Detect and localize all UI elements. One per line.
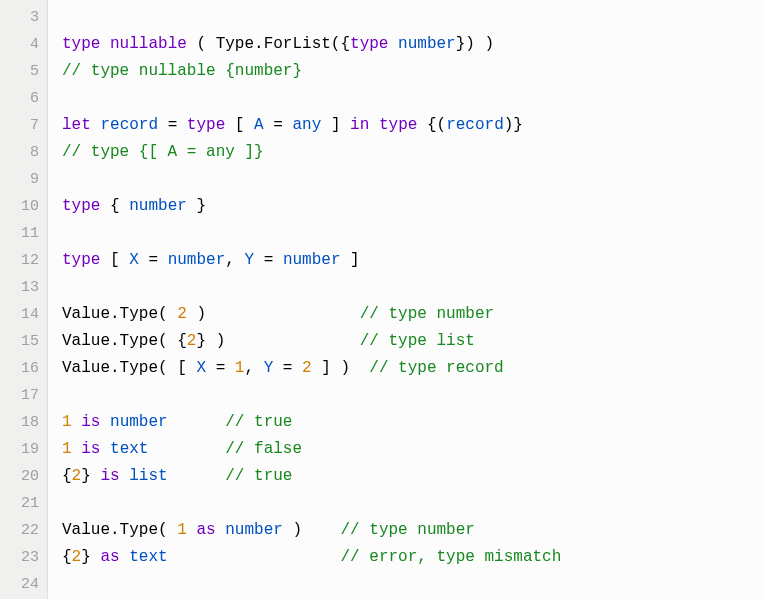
- token-kw-type: as: [196, 521, 215, 539]
- code-line[interactable]: [62, 166, 765, 193]
- token-kw-id: any: [292, 116, 321, 134]
- line-number: 22: [4, 517, 39, 544]
- token-op: [187, 521, 197, 539]
- token-func: Value.Type: [62, 359, 158, 377]
- token-kw-type: type: [62, 197, 100, 215]
- token-kw-id: list: [129, 467, 167, 485]
- code-line[interactable]: type [ X = number, Y = number ]: [62, 247, 765, 274]
- token-kw-id: number: [398, 35, 456, 53]
- code-line[interactable]: let record = type [ A = any ] in type {(…: [62, 112, 765, 139]
- code-line[interactable]: {2} as text // error, type mismatch: [62, 544, 765, 571]
- code-line[interactable]: Value.Type( [ X = 1, Y = 2 ] ) // type r…: [62, 355, 765, 382]
- token-kw-id: record: [446, 116, 504, 134]
- token-op: ): [187, 305, 360, 323]
- line-number: 23: [4, 544, 39, 571]
- token-op: {(: [417, 116, 446, 134]
- token-op: =: [206, 359, 235, 377]
- token-comment: // true: [225, 413, 292, 431]
- line-number: 24: [4, 571, 39, 598]
- line-number: 16: [4, 355, 39, 382]
- token-op: (: [158, 521, 177, 539]
- token-comment: // type record: [369, 359, 503, 377]
- token-kw-type: type: [62, 251, 100, 269]
- token-op: [100, 440, 110, 458]
- line-number: 18: [4, 409, 39, 436]
- token-op: [: [100, 251, 129, 269]
- token-kw-type: is: [100, 467, 119, 485]
- code-line[interactable]: // type {[ A = any ]}: [62, 139, 765, 166]
- line-number: 12: [4, 247, 39, 274]
- code-line[interactable]: // type nullable {number}: [62, 58, 765, 85]
- token-num: 1: [235, 359, 245, 377]
- token-op: [168, 413, 226, 431]
- code-line[interactable]: [62, 4, 765, 31]
- token-op: {: [100, 197, 129, 215]
- token-kw-type: as: [100, 548, 119, 566]
- token-op: }) ): [456, 35, 494, 53]
- token-num: 1: [62, 413, 72, 431]
- token-comment: // true: [225, 467, 292, 485]
- line-number: 4: [4, 31, 39, 58]
- code-line[interactable]: [62, 382, 765, 409]
- token-op: [72, 440, 82, 458]
- token-op: [148, 440, 225, 458]
- line-number: 14: [4, 301, 39, 328]
- code-line[interactable]: [62, 490, 765, 517]
- token-op: }: [81, 548, 100, 566]
- token-func: Value.Type: [62, 305, 158, 323]
- token-op: ( [: [158, 359, 196, 377]
- line-number: 8: [4, 139, 39, 166]
- token-op: =: [139, 251, 168, 269]
- token-kw-type: type: [379, 116, 417, 134]
- line-number: 5: [4, 58, 39, 85]
- token-op: [91, 116, 101, 134]
- token-num: 2: [302, 359, 312, 377]
- line-number-gutter: 3456789101112131415161718192021222324: [0, 0, 48, 599]
- token-op: ): [283, 521, 341, 539]
- token-func: Type.ForList: [216, 35, 331, 53]
- line-number: 20: [4, 463, 39, 490]
- token-op: (: [158, 305, 177, 323]
- code-line[interactable]: {2} is list // true: [62, 463, 765, 490]
- token-op: [168, 467, 226, 485]
- token-kw-type: let: [62, 116, 91, 134]
- token-func: Value.Type: [62, 521, 158, 539]
- token-comment: // type {[ A = any ]}: [62, 143, 264, 161]
- code-line[interactable]: [62, 85, 765, 112]
- token-kw-type: nullable: [110, 35, 187, 53]
- token-kw-type: is: [81, 440, 100, 458]
- token-op: )}: [504, 116, 523, 134]
- token-comment: // type number: [360, 305, 494, 323]
- code-line[interactable]: Value.Type( {2} ) // type list: [62, 328, 765, 355]
- token-comment: // type list: [360, 332, 475, 350]
- code-line[interactable]: [62, 220, 765, 247]
- code-line[interactable]: [62, 274, 765, 301]
- token-kw-id: record: [100, 116, 158, 134]
- token-kw-id: number: [129, 197, 187, 215]
- token-op: [100, 35, 110, 53]
- code-line[interactable]: 1 is text // false: [62, 436, 765, 463]
- code-line[interactable]: type nullable ( Type.ForList({type numbe…: [62, 31, 765, 58]
- line-number: 10: [4, 193, 39, 220]
- token-op: } ): [196, 332, 359, 350]
- token-op: ,: [225, 251, 244, 269]
- token-op: [369, 116, 379, 134]
- token-kw-type: type: [62, 35, 100, 53]
- token-kw-type: type: [350, 35, 388, 53]
- token-op: [168, 548, 341, 566]
- code-line[interactable]: 1 is number // true: [62, 409, 765, 436]
- code-area[interactable]: type nullable ( Type.ForList({type numbe…: [48, 0, 765, 599]
- token-op: [120, 467, 130, 485]
- code-line[interactable]: Value.Type( 1 as number ) // type number: [62, 517, 765, 544]
- token-kw-id: number: [283, 251, 341, 269]
- token-kw-id: Y: [244, 251, 254, 269]
- token-kw-type: is: [81, 413, 100, 431]
- token-num: 2: [72, 548, 82, 566]
- token-func: Value.Type: [62, 332, 158, 350]
- code-line[interactable]: [62, 571, 765, 598]
- line-number: 9: [4, 166, 39, 193]
- token-comment: // error, type mismatch: [340, 548, 561, 566]
- code-line[interactable]: type { number }: [62, 193, 765, 220]
- code-line[interactable]: Value.Type( 2 ) // type number: [62, 301, 765, 328]
- code-editor: 3456789101112131415161718192021222324 ty…: [0, 0, 765, 599]
